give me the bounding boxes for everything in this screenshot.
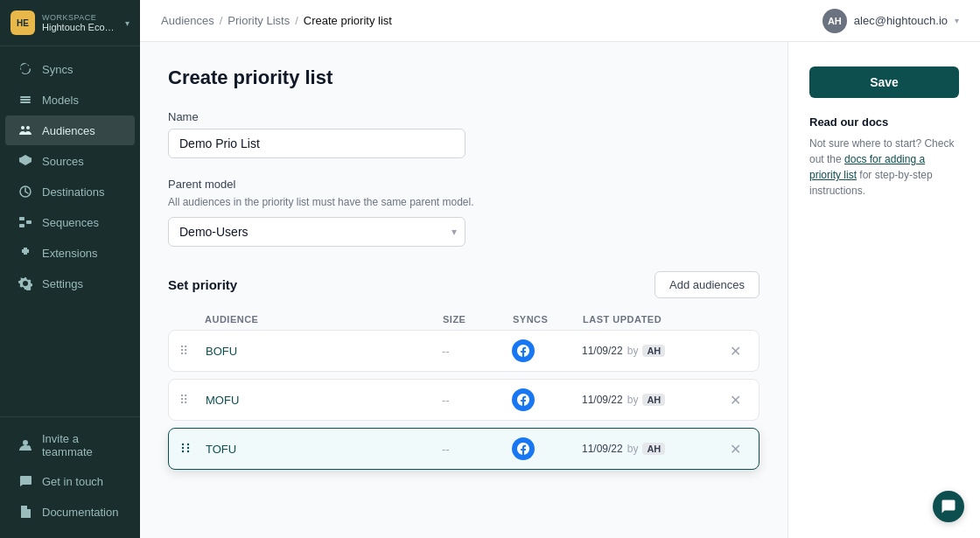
sidebar-item-audiences[interactable]: Audiences bbox=[5, 115, 135, 145]
last-updated-mofu: 11/09/22 by AH bbox=[582, 394, 722, 406]
svg-point-14 bbox=[182, 446, 184, 448]
svg-rect-0 bbox=[20, 96, 31, 98]
parent-model-desc: All audiences in the priority list must … bbox=[168, 196, 760, 208]
svg-point-16 bbox=[182, 450, 184, 451]
facebook-sync-icon bbox=[512, 437, 535, 460]
chevron-down-icon: ▾ bbox=[955, 16, 959, 25]
name-field-group: Name bbox=[168, 110, 760, 158]
parent-model-select-wrapper: Demo-Users ▾ bbox=[168, 217, 466, 247]
table-header: AUDIENCE SIZE SYNCS LAST UPDATED bbox=[168, 309, 760, 330]
settings-icon bbox=[18, 276, 33, 291]
add-audiences-button[interactable]: Add audiences bbox=[654, 271, 760, 298]
sidebar-item-label: Invite a teammate bbox=[42, 432, 122, 458]
sync-icon bbox=[18, 61, 33, 77]
content-area: Create priority list Name Parent model A… bbox=[140, 42, 980, 538]
svg-point-15 bbox=[187, 446, 189, 448]
table-row: ⠿ BOFU -- 11/09/22 by AH ✕ bbox=[168, 330, 760, 372]
svg-point-17 bbox=[187, 450, 189, 451]
breadcrumb-sep-2: / bbox=[295, 14, 298, 27]
set-priority-header: Set priority Add audiences bbox=[168, 271, 760, 298]
svg-point-4 bbox=[26, 126, 30, 129]
sidebar-item-sources[interactable]: Sources bbox=[5, 146, 135, 176]
facebook-sync-icon bbox=[512, 339, 535, 362]
user-badge-bofu: AH bbox=[642, 345, 665, 357]
name-input[interactable] bbox=[168, 129, 466, 158]
drag-handle-icon[interactable] bbox=[179, 442, 206, 457]
form-section: Name Parent model All audiences in the p… bbox=[168, 110, 760, 470]
model-icon bbox=[18, 92, 33, 108]
sidebar-item-label: Get in touch bbox=[42, 475, 103, 488]
audience-size-bofu: -- bbox=[442, 345, 512, 358]
facebook-sync-icon bbox=[512, 388, 535, 411]
sidebar-item-documentation[interactable]: Documentation bbox=[5, 497, 135, 527]
sidebar-item-label: Sources bbox=[42, 155, 84, 168]
save-button[interactable]: Save bbox=[809, 66, 959, 98]
svg-point-3 bbox=[21, 126, 24, 129]
svg-point-9 bbox=[23, 440, 28, 445]
user-badge-tofu: AH bbox=[642, 443, 665, 455]
doc-icon bbox=[18, 504, 33, 520]
sidebar-nav: Syncs Models Audiences Sources bbox=[0, 46, 140, 416]
parent-model-label: Parent model bbox=[168, 178, 760, 191]
extension-icon bbox=[18, 245, 33, 261]
right-sidebar: Save Read our docs Not sure where to sta… bbox=[788, 42, 980, 538]
sidebar: HE WORKSPACE Hightouch Ecomm ... ▾ Syncs… bbox=[0, 0, 140, 538]
svg-rect-6 bbox=[19, 217, 24, 220]
audience-name-tofu[interactable]: TOFU bbox=[206, 443, 442, 456]
table-row: TOFU -- 11/09/22 by AH ✕ bbox=[168, 428, 760, 470]
col-header-syncs: SYNCS bbox=[513, 314, 583, 325]
user-email: alec@hightouch.io bbox=[854, 14, 948, 27]
topbar: Audiences / Priority Lists / Create prio… bbox=[140, 0, 980, 42]
sidebar-item-getintouch[interactable]: Get in touch bbox=[5, 466, 135, 496]
parent-model-select[interactable]: Demo-Users bbox=[168, 217, 466, 247]
sidebar-item-destinations[interactable]: Destinations bbox=[5, 177, 135, 206]
source-icon bbox=[18, 153, 33, 169]
breadcrumb-current: Create priority list bbox=[304, 14, 392, 27]
sidebar-item-sequences[interactable]: Sequences bbox=[5, 207, 135, 237]
workspace-name: Hightouch Ecomm ... bbox=[42, 22, 118, 32]
table-row: ⠿ MOFU -- 11/09/22 by AH ✕ bbox=[168, 379, 760, 421]
breadcrumb-audiences[interactable]: Audiences bbox=[161, 14, 214, 27]
svg-point-12 bbox=[182, 443, 184, 444]
chat-icon bbox=[18, 473, 33, 489]
last-updated-tofu: 11/09/22 by AH bbox=[582, 443, 722, 455]
audience-size-tofu: -- bbox=[442, 443, 512, 456]
drag-handle-icon[interactable]: ⠿ bbox=[179, 344, 206, 358]
parent-model-group: Parent model All audiences in the priori… bbox=[168, 178, 760, 247]
drag-handle-icon[interactable]: ⠿ bbox=[179, 393, 206, 407]
sidebar-item-label: Destinations bbox=[42, 185, 105, 199]
main-content: Audiences / Priority Lists / Create prio… bbox=[140, 0, 980, 538]
last-updated-bofu: 11/09/22 by AH bbox=[582, 345, 722, 357]
breadcrumb-priority-lists[interactable]: Priority Lists bbox=[228, 14, 290, 27]
chat-bubble-button[interactable] bbox=[933, 491, 964, 522]
audience-name-mofu[interactable]: MOFU bbox=[206, 394, 442, 407]
sidebar-item-invite[interactable]: Invite a teammate bbox=[5, 425, 135, 465]
svg-rect-8 bbox=[19, 224, 24, 227]
workspace-selector[interactable]: HE WORKSPACE Hightouch Ecomm ... ▾ bbox=[0, 0, 140, 46]
user-menu[interactable]: AH alec@hightouch.io ▾ bbox=[822, 9, 959, 33]
sidebar-item-label: Models bbox=[42, 94, 79, 107]
set-priority-title: Set priority bbox=[168, 277, 237, 292]
page-title: Create priority list bbox=[168, 66, 760, 89]
sidebar-item-extensions[interactable]: Extensions bbox=[5, 238, 135, 268]
chevron-down-icon: ▾ bbox=[125, 18, 130, 28]
sidebar-item-label: Syncs bbox=[42, 63, 73, 76]
svg-point-13 bbox=[187, 443, 189, 444]
remove-button-mofu[interactable]: ✕ bbox=[722, 392, 748, 409]
sidebar-item-syncs[interactable]: Syncs bbox=[5, 54, 135, 84]
col-header-audience: AUDIENCE bbox=[205, 314, 443, 325]
sidebar-item-label: Audiences bbox=[42, 124, 95, 137]
sidebar-item-label: Extensions bbox=[42, 247, 98, 260]
name-label: Name bbox=[168, 110, 760, 123]
sequence-icon bbox=[18, 214, 33, 230]
remove-button-tofu[interactable]: ✕ bbox=[722, 441, 748, 458]
audience-name-bofu[interactable]: BOFU bbox=[206, 345, 442, 358]
sidebar-item-models[interactable]: Models bbox=[5, 85, 135, 115]
sidebar-item-label: Sequences bbox=[42, 216, 99, 229]
workspace-info: WORKSPACE Hightouch Ecomm ... bbox=[42, 13, 118, 32]
svg-rect-7 bbox=[26, 220, 32, 224]
audience-size-mofu: -- bbox=[442, 394, 512, 407]
content-main: Create priority list Name Parent model A… bbox=[140, 42, 788, 538]
remove-button-bofu[interactable]: ✕ bbox=[722, 343, 748, 360]
sidebar-item-settings[interactable]: Settings bbox=[5, 269, 135, 298]
